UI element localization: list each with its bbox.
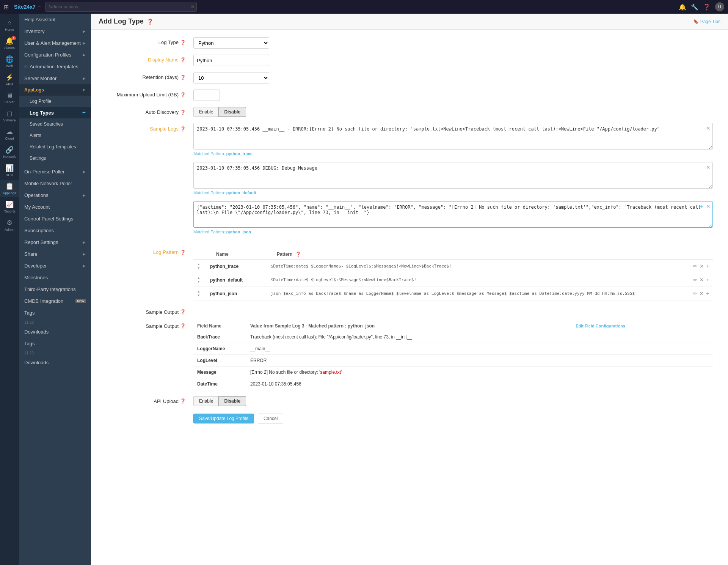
sample-logs-help-icon[interactable]: ❓ bbox=[180, 126, 186, 132]
sample-log-2: 2023-01-10 07:35:05,456 DEBUG: Debug Mes… bbox=[193, 162, 713, 195]
sample-log-2-textarea[interactable]: 2023-01-10 07:35:05,456 DEBUG: Debug Mes… bbox=[193, 162, 713, 189]
nav-log-profile[interactable]: Log Profile bbox=[19, 96, 91, 107]
pattern-delete-1-icon[interactable]: ✕ bbox=[700, 263, 704, 269]
pattern-col-help-icon[interactable]: ❓ bbox=[295, 252, 301, 257]
nav-downloads-1[interactable]: Downloads bbox=[19, 326, 91, 338]
sidebar-item-reports[interactable]: 📈 Reports bbox=[0, 198, 19, 216]
sample-output-table-help-icon[interactable]: ❓ bbox=[180, 323, 186, 329]
retention-select[interactable]: 10 30 60 90 180 365 bbox=[193, 72, 269, 83]
search-input[interactable] bbox=[45, 2, 197, 12]
sidebar-item-web[interactable]: 🌐 Web bbox=[0, 53, 19, 70]
sidebar-item-apm[interactable]: ⚡ APM bbox=[0, 71, 19, 88]
log-type-select[interactable]: Python Java Node.js Ruby Go .NET PHP bbox=[193, 37, 269, 49]
log-pattern-section: Name Pattern ❓ ▲ ▼ bbox=[193, 249, 713, 301]
nav-downloads-2[interactable]: Downloads bbox=[19, 357, 91, 368]
display-name-help-icon[interactable]: ❓ bbox=[180, 57, 186, 63]
nav-developer[interactable]: Developer ▶ bbox=[19, 260, 91, 272]
edit-field-configurations-link[interactable]: Edit Field Configurations bbox=[576, 324, 625, 328]
nav-related-log-templates[interactable]: Related Log Templates bbox=[19, 141, 91, 153]
sidebar-item-applogs[interactable]: 📋 AppLogs bbox=[0, 180, 19, 197]
user-avatar[interactable]: U bbox=[715, 2, 724, 11]
nav-inventory[interactable]: Inventory ▶ bbox=[19, 25, 91, 37]
pattern-edit-1-icon[interactable]: ✏ bbox=[693, 263, 697, 269]
sample-output-help-icon[interactable]: ❓ bbox=[180, 309, 186, 315]
sample-log-1-close-icon[interactable]: ✕ bbox=[706, 125, 711, 131]
nav-config-profiles[interactable]: Configuration Profiles ▶ bbox=[19, 49, 91, 61]
sort-up-2-icon[interactable]: ▲ bbox=[197, 276, 200, 280]
page-tips-link[interactable]: 🔖 Page Tips bbox=[693, 19, 720, 24]
admin-icon: ⚙ bbox=[6, 219, 13, 227]
sidebar-item-network[interactable]: 🔗 Network bbox=[0, 143, 19, 161]
nav-mobile-network-poller[interactable]: Mobile Network Poller bbox=[19, 178, 91, 189]
pattern-edit-2-icon[interactable]: ✏ bbox=[693, 277, 697, 283]
nav-milestones[interactable]: Milestones bbox=[19, 272, 91, 283]
nav-third-party[interactable]: Third-Party Integrations bbox=[19, 283, 91, 295]
nav-subscriptions[interactable]: Subscriptions bbox=[19, 225, 91, 236]
settings-icon[interactable]: 🔧 bbox=[691, 3, 698, 11]
display-name-input[interactable] bbox=[193, 55, 269, 66]
sample-log-3-add-icon[interactable]: + bbox=[700, 203, 703, 209]
sort-up-3-icon[interactable]: ▲ bbox=[197, 290, 200, 294]
nav-log-types[interactable]: Log Types + bbox=[19, 107, 91, 118]
sort-down-1-icon[interactable]: ▼ bbox=[197, 266, 200, 270]
sidebar-item-vmware[interactable]: ◻ VMware bbox=[0, 107, 19, 124]
nav-on-premise-poller[interactable]: On-Premise Poller ▶ bbox=[19, 166, 91, 178]
sidebar-item-server[interactable]: 🖥 Server bbox=[0, 89, 19, 106]
nav-server-monitor[interactable]: Server Monitor ▶ bbox=[19, 72, 91, 84]
api-upload-enable-btn[interactable]: Enable bbox=[193, 396, 218, 406]
sidebar-item-home[interactable]: ⌂ Home bbox=[0, 17, 19, 34]
help-icon[interactable]: ❓ bbox=[703, 3, 711, 11]
log-pattern-help-icon[interactable]: ❓ bbox=[180, 250, 186, 255]
log-pattern-row: Log Pattern ❓ Name Pattern ❓ bbox=[106, 246, 713, 301]
pattern-edit-3-icon[interactable]: ✏ bbox=[693, 291, 697, 296]
retention-help-icon[interactable]: ❓ bbox=[180, 75, 186, 80]
nav-tags-2[interactable]: Tags bbox=[19, 338, 91, 349]
max-upload-control bbox=[193, 90, 713, 101]
nav-cmdb[interactable]: CMDB Integration NEW bbox=[19, 295, 91, 307]
submit-btn[interactable]: Save/Update Log Profile bbox=[193, 414, 254, 423]
nav-settings[interactable]: Settings bbox=[19, 153, 91, 164]
sidebar-item-alarms[interactable]: 🔔 1 Alarms bbox=[0, 35, 19, 52]
nav-share[interactable]: Share ▶ bbox=[19, 248, 91, 260]
nav-operations[interactable]: Operations ▶ bbox=[19, 189, 91, 201]
sample-log-1-textarea[interactable]: 2023-01-10 07:35:05,456 __main__ - ERROR… bbox=[193, 123, 713, 150]
pattern-delete-3-icon[interactable]: ✕ bbox=[700, 291, 704, 296]
sort-down-2-icon[interactable]: ▼ bbox=[197, 280, 200, 284]
nav-report-settings[interactable]: Report Settings ▶ bbox=[19, 236, 91, 248]
nav-applogs[interactable]: AppLogs ▼ bbox=[19, 84, 91, 96]
auto-discovery-help-icon[interactable]: ❓ bbox=[180, 110, 186, 115]
nav-control-panel[interactable]: Control Panel Settings bbox=[19, 213, 91, 225]
sample-log-3-close-icon[interactable]: ✕ bbox=[706, 203, 711, 209]
cancel-btn[interactable]: Cancel bbox=[258, 414, 283, 423]
sample-log-2-close-icon[interactable]: ✕ bbox=[706, 164, 711, 170]
sample-log-3-textarea[interactable]: {"asctime": "2023-01-10 07:35:05,456", "… bbox=[193, 201, 713, 228]
nav-tags[interactable]: Tags bbox=[19, 307, 91, 319]
pattern-add-2-icon[interactable]: + bbox=[706, 277, 709, 283]
pattern-add-1-icon[interactable]: + bbox=[706, 263, 709, 269]
nav-alerts[interactable]: Alerts bbox=[19, 130, 91, 141]
auto-discovery-enable-btn[interactable]: Enable bbox=[193, 107, 218, 117]
add-log-type-icon[interactable]: + bbox=[82, 109, 86, 116]
nav-it-automation[interactable]: IT Automation Templates bbox=[19, 61, 91, 72]
max-upload-help-icon[interactable]: ❓ bbox=[180, 92, 186, 98]
auto-discovery-disable-btn[interactable]: Disable bbox=[218, 107, 246, 117]
sort-down-3-icon[interactable]: ▼ bbox=[197, 294, 200, 297]
sidebar-item-admin[interactable]: ⚙ Admin bbox=[0, 216, 19, 234]
sidebar-item-cloud[interactable]: ☁ Cloud bbox=[0, 125, 19, 143]
log-type-help-icon[interactable]: ❓ bbox=[180, 40, 186, 45]
page-title-help-icon[interactable]: ❓ bbox=[147, 19, 153, 25]
api-upload-help-icon[interactable]: ❓ bbox=[180, 398, 186, 404]
nav-user-alert[interactable]: User & Alert Management ▶ bbox=[19, 37, 91, 49]
grid-icon[interactable]: ⊞ bbox=[4, 3, 9, 11]
sort-up-1-icon[interactable]: ▲ bbox=[197, 263, 200, 266]
nav-my-account[interactable]: My Account bbox=[19, 201, 91, 213]
nav-saved-searches[interactable]: Saved Searches bbox=[19, 118, 91, 130]
nav-help-assistant[interactable]: Help Assistant bbox=[19, 14, 91, 25]
max-upload-input[interactable] bbox=[193, 90, 220, 101]
api-upload-disable-btn[interactable]: Disable bbox=[218, 396, 246, 406]
sidebar-item-rum[interactable]: 📊 RUM bbox=[0, 162, 19, 179]
notifications-icon[interactable]: 🔔 bbox=[679, 3, 686, 11]
clear-search-icon[interactable]: ✕ bbox=[191, 4, 195, 9]
pattern-delete-2-icon[interactable]: ✕ bbox=[700, 277, 704, 283]
pattern-add-3-icon[interactable]: + bbox=[706, 291, 709, 296]
